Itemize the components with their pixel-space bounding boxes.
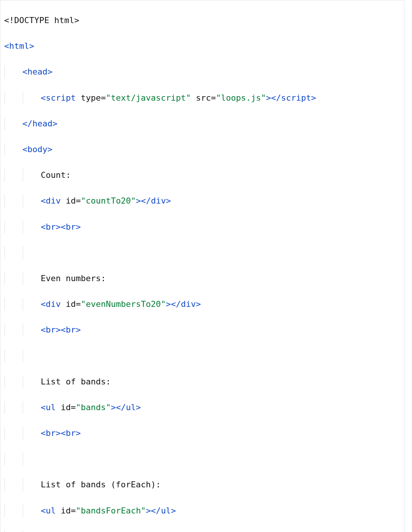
val-id-bands: "bands" xyxy=(76,403,111,412)
code-line: <br><br> xyxy=(4,221,401,233)
val-id-bands-foreach: "bandsForEach" xyxy=(76,506,146,515)
val-id-even: "evenNumbersTo20" xyxy=(81,299,166,309)
code-line: Count: xyxy=(4,169,401,182)
code-line: <div id="countTo20"></div> xyxy=(4,194,401,207)
attr-type: type xyxy=(81,93,101,103)
code-line xyxy=(4,350,401,362)
text-even: Even numbers: xyxy=(41,274,106,283)
code-line: <!DOCTYPE html> xyxy=(4,14,401,27)
code-line: <ul id="bandsForEach"></ul> xyxy=(4,504,401,517)
text-bands: List of bands: xyxy=(41,377,111,386)
tag-head-close: head xyxy=(33,119,53,128)
code-line: <ul id="bands"></ul> xyxy=(4,401,401,414)
code-line: Even numbers: xyxy=(4,272,401,285)
tag-head-open: head xyxy=(28,67,48,76)
code-line: <br><br> xyxy=(4,427,401,440)
code-line: List of bands: xyxy=(4,375,401,388)
val-id-countTo20: "countTo20" xyxy=(81,196,136,205)
code-line: <br><br> xyxy=(4,324,401,336)
code-line: List of bands (forEach): xyxy=(4,478,401,491)
code-line: <html> xyxy=(4,40,401,53)
code-line: </head> xyxy=(4,117,401,130)
code-line xyxy=(4,246,401,259)
text-bands-foreach: List of bands (forEach): xyxy=(41,480,161,489)
val-type: "text/javascript" xyxy=(106,93,191,103)
code-line: <br><br> xyxy=(4,530,401,532)
text-count: Count: xyxy=(41,170,71,180)
tag-body-open: body xyxy=(28,145,48,154)
tag-script: script xyxy=(46,93,76,103)
code-line: <head> xyxy=(4,65,401,78)
attr-src: src xyxy=(196,93,211,103)
code-line: <script type="text/javascript" src="loop… xyxy=(4,92,401,104)
code-block: <!DOCTYPE html> <html> <head> <script ty… xyxy=(0,0,404,532)
val-src: "loops.js" xyxy=(216,93,266,103)
code-line: <body> xyxy=(4,143,401,156)
code-line xyxy=(4,453,401,465)
doctype: <!DOCTYPE html> xyxy=(4,16,79,25)
tag-html-open: html xyxy=(9,41,29,51)
code-line: <div id="evenNumbersTo20"></div> xyxy=(4,298,401,311)
